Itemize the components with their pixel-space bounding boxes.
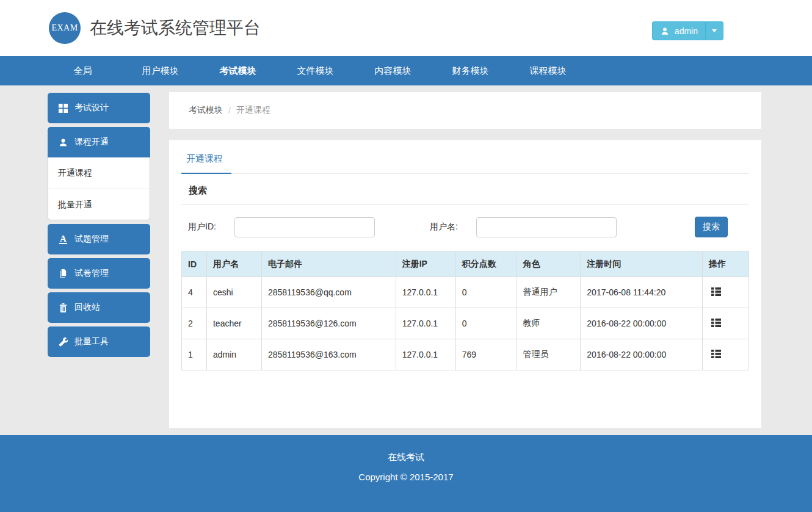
breadcrumb-item-open-course: 开通课程 <box>236 105 270 116</box>
cell-username: admin <box>206 339 261 370</box>
breadcrumb-separator: / <box>228 106 231 115</box>
user-menu-caret-button[interactable] <box>705 21 723 40</box>
col-header-role: 角色 <box>517 251 581 277</box>
cell-points: 769 <box>455 339 517 370</box>
nav-item-global[interactable]: 全局 <box>44 56 121 85</box>
sidebar-item-label: 课程开通 <box>74 137 109 148</box>
logo-text: EXAM <box>51 23 78 33</box>
nav-item-user-module[interactable]: 用户模块 <box>121 56 199 85</box>
cell-email: 2858119536@qq.com <box>261 277 396 308</box>
main-panel: 开通课程 搜索 用户ID: 用户名: 搜索 <box>169 140 761 428</box>
col-header-actions: 操作 <box>703 251 749 277</box>
sidebar-item-label: 试题管理 <box>74 234 109 245</box>
sidebar-item-course-open[interactable]: 课程开通 <box>48 127 150 157</box>
cell-id: 1 <box>182 339 207 370</box>
duplicate-files-icon <box>58 269 68 279</box>
cell-actions <box>703 339 749 370</box>
nav-item-content-module[interactable]: 内容模块 <box>354 56 432 85</box>
cell-points: 0 <box>455 308 517 339</box>
cell-id: 4 <box>182 277 207 308</box>
nav-item-exam-module[interactable]: 考试模块 <box>199 56 277 85</box>
cell-role: 教师 <box>517 308 581 339</box>
cell-actions <box>703 308 749 339</box>
table-row: 4 ceshi 2858119536@qq.com 127.0.0.1 0 普通… <box>182 277 749 308</box>
user-name-input[interactable] <box>476 217 617 237</box>
middle-area: 考试设计 课程开通 开通课程 批量开通 A 试题管理 <box>0 85 812 435</box>
cell-id: 2 <box>182 308 207 339</box>
sidebar-item-label: 试卷管理 <box>74 268 109 279</box>
sidebar-subitem-batch-open[interactable]: 批量开通 <box>48 189 150 220</box>
sidebar-item-label: 回收站 <box>74 302 100 313</box>
user-button-main[interactable]: admin <box>652 21 705 40</box>
cell-email: 2858119536@126.com <box>261 308 396 339</box>
cell-username: teacher <box>206 308 261 339</box>
sidebar-item-label: 考试设计 <box>74 103 109 114</box>
user-menu-button[interactable]: admin <box>652 21 723 40</box>
page-title: 在线考试系统管理平台 <box>90 16 261 40</box>
breadcrumb: 考试模块 / 开通课程 <box>169 92 761 129</box>
cell-register-ip: 127.0.0.1 <box>396 308 455 339</box>
page: EXAM 在线考试系统管理平台 admin 全局 用户模块 考试模块 文件模块 … <box>0 0 812 512</box>
sidebar-item-label: 批量工具 <box>74 336 109 347</box>
col-header-register-time: 注册时间 <box>581 251 703 277</box>
nav-item-course-module[interactable]: 课程模块 <box>509 56 587 85</box>
row-actions-button[interactable] <box>709 286 723 299</box>
users-table: ID 用户名 电子邮件 注册IP 积分点数 角色 注册时间 操作 4 <box>181 251 749 370</box>
table-header-row: ID 用户名 电子邮件 注册IP 积分点数 角色 注册时间 操作 <box>182 251 749 277</box>
sidebar-item-batch-tools[interactable]: 批量工具 <box>48 326 150 357</box>
row-actions-button[interactable] <box>709 348 723 361</box>
th-large-icon <box>58 103 68 114</box>
search-form: 用户ID: 用户名: 搜索 <box>181 217 749 237</box>
sidebar-item-recycle-bin[interactable]: 回收站 <box>48 292 150 323</box>
cell-register-time: 2016-08-22 00:00:00 <box>581 308 703 339</box>
breadcrumb-item-exam-module[interactable]: 考试模块 <box>189 105 223 116</box>
tab-bar: 开通课程 <box>181 140 749 174</box>
sidebar-item-exam-design[interactable]: 考试设计 <box>48 93 150 123</box>
cell-register-time: 2017-06-08 11:44:20 <box>581 277 703 308</box>
cell-register-ip: 127.0.0.1 <box>396 277 455 308</box>
top-navbar: 全局 用户模块 考试模块 文件模块 内容模块 财务模块 课程模块 <box>0 56 812 85</box>
caret-down-icon <box>712 29 717 32</box>
footer: 在线考试 Copyright © 2015-2017 <box>0 435 812 512</box>
table-row: 1 admin 2858119536@163.com 127.0.0.1 769… <box>182 339 749 370</box>
user-name-label: admin <box>675 26 698 36</box>
th-list-icon <box>711 289 721 298</box>
sidebar: 考试设计 课程开通 开通课程 批量开通 A 试题管理 <box>48 93 150 361</box>
nav-item-finance-module[interactable]: 财务模块 <box>432 56 509 85</box>
col-header-email: 电子邮件 <box>261 251 396 277</box>
search-button[interactable]: 搜索 <box>695 217 728 237</box>
col-header-username: 用户名 <box>206 251 261 277</box>
cell-register-ip: 127.0.0.1 <box>396 339 455 370</box>
font-icon: A <box>58 234 68 245</box>
user-id-input[interactable] <box>234 217 375 237</box>
cell-points: 0 <box>455 277 517 308</box>
user-icon <box>660 26 670 36</box>
cell-actions <box>703 277 749 308</box>
wrench-icon <box>58 337 68 347</box>
user-icon <box>58 137 68 148</box>
user-name-label: 用户名: <box>430 222 458 233</box>
nav-item-file-module[interactable]: 文件模块 <box>277 56 354 85</box>
col-header-register-ip: 注册IP <box>396 251 455 277</box>
footer-copyright: Copyright © 2015-2017 <box>0 472 812 482</box>
th-list-icon <box>711 351 721 360</box>
sidebar-submenu-course-open: 开通课程 批量开通 <box>48 157 150 220</box>
col-header-id: ID <box>182 251 207 277</box>
footer-site-name: 在线考试 <box>0 435 812 463</box>
exam-logo[interactable]: EXAM <box>49 12 81 44</box>
header: EXAM 在线考试系统管理平台 admin <box>0 0 812 56</box>
cell-role: 普通用户 <box>517 277 581 308</box>
row-actions-button[interactable] <box>709 317 723 330</box>
sidebar-item-paper-management[interactable]: 试卷管理 <box>48 258 150 289</box>
table-row: 2 teacher 2858119536@126.com 127.0.0.1 0… <box>182 308 749 339</box>
th-list-icon <box>711 320 721 329</box>
cell-role: 管理员 <box>517 339 581 370</box>
content-area: 考试模块 / 开通课程 开通课程 搜索 用户ID: 用户名: 搜索 <box>169 92 761 428</box>
sidebar-subitem-open-course[interactable]: 开通课程 <box>48 157 150 189</box>
col-header-points: 积分点数 <box>455 251 517 277</box>
search-section-title: 搜索 <box>181 174 749 205</box>
cell-username: ceshi <box>206 277 261 308</box>
tab-open-course[interactable]: 开通课程 <box>181 153 231 174</box>
trash-icon <box>58 303 68 313</box>
sidebar-item-question-management[interactable]: A 试题管理 <box>48 224 150 254</box>
